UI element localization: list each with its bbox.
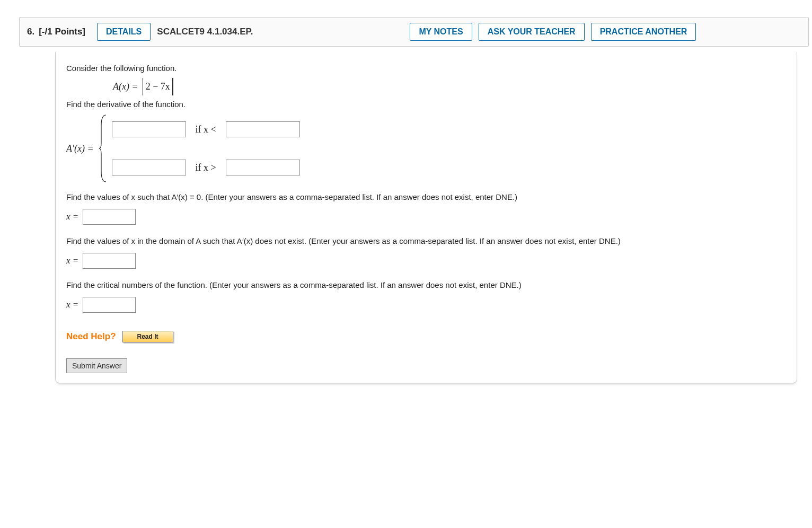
function-lhs: A(x) =: [113, 81, 138, 92]
abs-value-expression: 2 − 7x: [143, 81, 173, 92]
need-help-label: Need Help?: [66, 331, 116, 342]
practice-another-button[interactable]: PRACTICE ANOTHER: [591, 23, 696, 41]
function-definition: A(x) = 2 − 7x: [113, 81, 174, 92]
abs-inner: 2 − 7x: [146, 81, 170, 92]
submit-answer-button[interactable]: Submit Answer: [66, 358, 127, 373]
brace-icon: [98, 114, 109, 183]
ask-teacher-button[interactable]: ASK YOUR TEACHER: [479, 23, 585, 41]
derivative-prompt: Find the derivative of the function.: [66, 100, 786, 109]
piecewise-derivative: A′(x) = if x < if x >: [66, 114, 786, 183]
case-row-1: if x <: [112, 121, 300, 137]
details-button[interactable]: DETAILS: [97, 23, 151, 41]
aprime-zero-input[interactable]: [83, 209, 136, 225]
points-label: [-/1 Points]: [39, 27, 85, 37]
aprime-dne-input[interactable]: [83, 253, 136, 269]
ifx-lt-label: if x <: [196, 124, 216, 135]
critical-numbers-input[interactable]: [83, 297, 136, 313]
question-header: 6. [-/1 Points] DETAILS SCALCET9 4.1.034…: [19, 17, 809, 47]
xeq-label-1: x =: [66, 212, 78, 222]
derivative-case1-input[interactable]: [112, 121, 186, 137]
question-number: 6.: [27, 27, 34, 37]
q3-text: Find the values of x in the domain of A …: [66, 236, 786, 245]
ifx-gt-label: if x >: [196, 162, 216, 173]
threshold-case1-input[interactable]: [226, 121, 300, 137]
q4-text: Find the critical numbers of the functio…: [66, 280, 786, 289]
derivative-case2-input[interactable]: [112, 160, 186, 175]
need-help-row: Need Help? Read It: [66, 331, 786, 342]
xeq-label-3: x =: [66, 300, 78, 310]
intro-text: Consider the following function.: [66, 64, 786, 73]
threshold-case2-input[interactable]: [226, 160, 300, 175]
case-row-2: if x >: [112, 160, 300, 175]
source-label: SCALCET9 4.1.034.EP.: [157, 27, 253, 37]
my-notes-button[interactable]: MY NOTES: [410, 23, 472, 41]
question-body: Consider the following function. A(x) = …: [55, 52, 797, 383]
q2-text: Find the values of x such that A′(x) = 0…: [66, 192, 786, 201]
xeq-label-2: x =: [66, 256, 78, 266]
read-it-button[interactable]: Read It: [122, 331, 173, 342]
aprime-label: A′(x) =: [66, 143, 94, 154]
